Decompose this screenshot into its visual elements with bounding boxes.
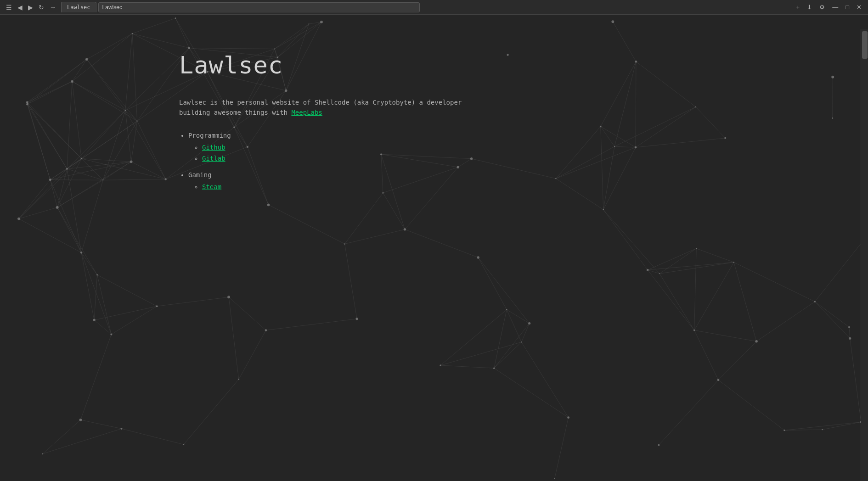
- settings-button[interactable]: ⚙: [817, 3, 828, 11]
- gitlab-link[interactable]: Gitlab: [202, 155, 225, 162]
- page-content: Lawlsec Lawlsec is the personal website …: [0, 15, 861, 481]
- browser-toolbar: ☰ ◀ ▶ ↻ → Lawlsec + ⬇ ⚙ — □ ✕: [0, 0, 868, 15]
- scrollbar-thumb[interactable]: [862, 31, 868, 59]
- list-item-gaming: Gaming Steam: [188, 171, 842, 190]
- content-area: Lawlsec Lawlsec is the personal website …: [0, 15, 868, 481]
- minimize-button[interactable]: —: [829, 3, 841, 11]
- tab-title: Lawlsec: [67, 4, 90, 11]
- gaming-label: Gaming: [188, 171, 212, 179]
- list-item-gitlab: Gitlab: [202, 155, 842, 162]
- gaming-sublist: Steam: [188, 183, 842, 190]
- list-item-steam: Steam: [202, 183, 842, 190]
- address-bar[interactable]: [98, 2, 420, 12]
- page-description: Lawlsec is the personal website of Shell…: [179, 97, 478, 118]
- nav-buttons: ☰ ◀ ▶ ↻ →: [4, 3, 58, 12]
- download-button[interactable]: ⬇: [804, 3, 815, 11]
- programming-sublist: Github Gitlab: [188, 144, 842, 162]
- steam-link[interactable]: Steam: [202, 183, 221, 190]
- list-item-github: Github: [202, 144, 842, 151]
- browser-tab[interactable]: Lawlsec: [61, 2, 96, 12]
- reload-button[interactable]: ↻: [36, 3, 46, 12]
- page-title: Lawlsec: [179, 51, 842, 79]
- main-list: Programming Github Gitlab Gaming Steam: [179, 132, 842, 190]
- list-item-programming: Programming Github Gitlab: [188, 132, 842, 162]
- nav-menu-button[interactable]: ☰: [4, 3, 14, 12]
- back-button[interactable]: ◀: [15, 3, 25, 12]
- programming-label: Programming: [188, 132, 231, 139]
- browser-window-controls: + ⬇ ⚙ — □ ✕: [794, 3, 864, 11]
- forward-button[interactable]: ▶: [26, 3, 35, 12]
- stop-button[interactable]: →: [47, 3, 58, 12]
- close-button[interactable]: ✕: [854, 3, 864, 11]
- scrollbar[interactable]: ▲ ▼: [861, 29, 868, 481]
- meeeplabs-link[interactable]: MeepLabs: [291, 109, 322, 116]
- github-link[interactable]: Github: [202, 144, 225, 151]
- maximize-button[interactable]: □: [843, 3, 852, 11]
- zoom-in-button[interactable]: +: [794, 3, 803, 11]
